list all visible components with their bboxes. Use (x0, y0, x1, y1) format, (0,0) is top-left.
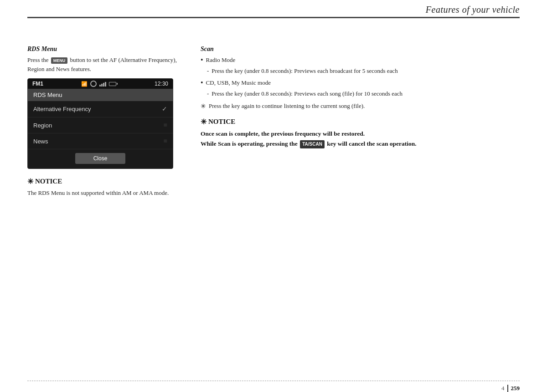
bullet-label-cd: CD, USB, My Music mode (206, 78, 271, 87)
screen-menu-item-alt-freq: Alternative Frequency ✓ (28, 101, 173, 117)
screen-menu-header: RDS Menu (28, 89, 173, 101)
bluetooth-icon: 📶 (81, 81, 88, 87)
right-column: Scan • Radio Mode - Press the key (under… (201, 46, 520, 198)
dash-text-radio: Press the key (under 0.8 seconds): Previ… (212, 66, 397, 76)
header: Features of your vehicle (0, 0, 547, 18)
dash-char-2: - (207, 89, 209, 98)
checkmark-region: ■ (164, 122, 167, 129)
right-notice-text-1: Once scan is complete, the previous freq… (201, 129, 520, 139)
screen-close-wrap: Close (28, 149, 173, 168)
left-notice-heading: ✳ NOTICE (27, 177, 182, 186)
screen-mockup: FM1 📶 12:30 RDS Menu Al (27, 78, 173, 169)
left-column: RDS Menu Press the MENU button to set th… (27, 46, 182, 198)
rds-menu-title: RDS Menu (27, 46, 182, 53)
tascan-button-label: TA/SCAN (300, 140, 325, 148)
left-notice-text: The RDS Menu is not supported within AM … (27, 188, 182, 198)
bullet-label-radio: Radio Mode (206, 56, 236, 65)
right-notice-heading: ✳ NOTICE (201, 117, 520, 126)
dash-item-radio: - Press the key (under 0.8 seconds): Pre… (207, 66, 520, 76)
signal-icon (90, 81, 97, 87)
bullet-item-radio: • Radio Mode (201, 56, 520, 65)
footer: 4 259 (0, 381, 547, 392)
right-notice-box: ✳ NOTICE Once scan is complete, the prev… (201, 117, 520, 148)
checkmark-news: ■ (164, 137, 167, 145)
screen-status-bar: FM1 📶 12:30 (28, 79, 173, 89)
footer-chapter: 4 (501, 385, 508, 392)
screen-menu-label-news: News (33, 138, 48, 145)
header-underline (27, 17, 520, 18)
screen-menu-label-region: Region (33, 122, 52, 129)
dash-item-cd: - Press the key (under 0.8 seconds): Pre… (207, 89, 520, 98)
right-notice-text-2: While Scan is operating, pressing the TA… (201, 139, 520, 149)
dash-text-cd: Press the key (under 0.8 seconds): Previ… (212, 89, 403, 98)
battery-signal-icon (99, 81, 106, 87)
footer-page-num: 259 (508, 385, 520, 392)
footer-page-numbers: 4 259 (0, 381, 547, 392)
screen-close-button[interactable]: Close (75, 153, 126, 164)
notice-star-left: ✳ (27, 177, 33, 186)
screen-time: 12:30 (155, 81, 168, 87)
screen-icons: 📶 (81, 81, 116, 87)
bullet-dot-1: • (201, 56, 203, 65)
scan-title: Scan (201, 46, 520, 53)
notice-star-right: ✳ (201, 117, 206, 126)
checkmark-alt-freq: ✓ (162, 105, 167, 113)
bullet-item-cd: • CD, USB, My Music mode (201, 78, 520, 87)
rds-intro-text: Press the MENU button to set the AF (Alt… (27, 56, 182, 74)
screen-menu-item-region: Region ■ (28, 117, 173, 133)
battery-icon (109, 82, 116, 86)
screen-menu-label-alt-freq: Alternative Frequency (33, 106, 91, 112)
menu-button-icon: MENU (51, 57, 68, 64)
asterisk-char: ✳ (201, 102, 206, 112)
screen-menu-item-news: News ■ (28, 133, 173, 149)
main-content: RDS Menu Press the MENU button to set th… (27, 46, 520, 198)
left-notice-box: ✳ NOTICE The RDS Menu is not supported w… (27, 177, 182, 198)
bullet-dot-2: • (201, 78, 203, 87)
screen-mode: FM1 (32, 81, 43, 87)
dash-char-1: - (207, 66, 209, 76)
asterisk-note: ✳ Press the key again to continue listen… (201, 102, 520, 112)
page-title: Features of your vehicle (426, 5, 520, 15)
asterisk-text: Press the key again to continue listenin… (209, 102, 365, 112)
